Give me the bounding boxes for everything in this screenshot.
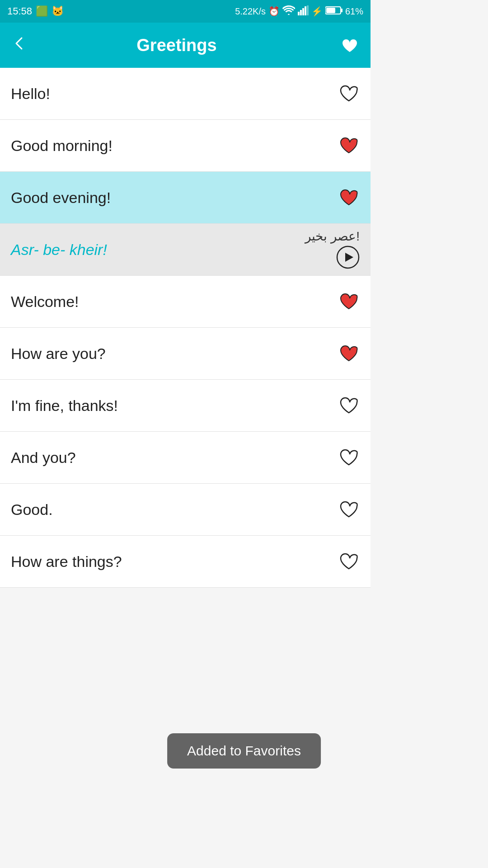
- list-item[interactable]: Hello!: [0, 68, 371, 120]
- item-text: Good.: [11, 501, 53, 519]
- item-text: Good evening!: [11, 189, 111, 207]
- item-text: I'm fine, thanks!: [11, 397, 118, 415]
- list-item[interactable]: Asr- be- kheir! !عصر بخیر: [0, 224, 371, 276]
- list-item[interactable]: Good evening!: [0, 172, 371, 224]
- network-speed: 5.22K/s: [235, 6, 266, 17]
- favorite-button[interactable]: [338, 342, 360, 365]
- favorite-button[interactable]: [338, 550, 360, 573]
- battery-percent: 61%: [345, 6, 363, 17]
- favorite-button[interactable]: [338, 498, 360, 521]
- list-item[interactable]: I'm fine, thanks!: [0, 380, 371, 432]
- page-title: Greetings: [36, 36, 317, 55]
- item-text: Good morning!: [11, 137, 113, 155]
- svg-rect-7: [326, 8, 335, 13]
- svg-rect-3: [305, 6, 306, 15]
- item-text: How are you?: [11, 345, 106, 363]
- favorite-button[interactable]: [338, 82, 360, 105]
- back-button[interactable]: [11, 35, 27, 56]
- item-right: !عصر بخیر: [305, 229, 360, 270]
- svg-rect-6: [341, 9, 343, 12]
- favorite-button[interactable]: [338, 134, 360, 157]
- item-text: Asr- be- kheir!: [11, 241, 107, 259]
- favorites-header-button[interactable]: [340, 35, 360, 56]
- status-bar-left: 15:58 🟩 🐱: [7, 5, 64, 17]
- toast-notification: Added to Favorites: [167, 733, 321, 769]
- list-item[interactable]: Welcome!: [0, 276, 371, 328]
- alarm-icon: ⏰: [268, 6, 280, 17]
- list-item[interactable]: Good.: [0, 484, 371, 536]
- list-item[interactable]: How are things?: [0, 536, 371, 588]
- favorite-button[interactable]: [338, 446, 360, 469]
- toast-message: Added to Favorites: [187, 743, 301, 758]
- item-text: Hello!: [11, 85, 50, 103]
- greeting-list: Hello! Good morning! Good evening!: [0, 68, 371, 588]
- charging-icon: ⚡: [311, 6, 323, 17]
- status-icon-1: 🟩: [36, 5, 48, 17]
- favorite-button[interactable]: [338, 186, 360, 209]
- status-time: 15:58: [7, 5, 32, 17]
- svg-rect-4: [307, 5, 309, 15]
- favorite-button[interactable]: [338, 394, 360, 417]
- top-bar: Greetings: [0, 23, 371, 68]
- status-bar-right: 5.22K/s ⏰ ⚡: [235, 5, 363, 18]
- list-item[interactable]: And you?: [0, 432, 371, 484]
- item-text: How are things?: [11, 553, 122, 571]
- arabic-text: !عصر بخیر: [305, 229, 360, 244]
- status-bar: 15:58 🟩 🐱 5.22K/s ⏰ ⚡: [0, 0, 371, 23]
- status-icon-2: 🐱: [52, 5, 64, 17]
- item-text: Welcome!: [11, 293, 79, 311]
- wifi-icon: [282, 5, 295, 18]
- list-item[interactable]: Good morning!: [0, 120, 371, 172]
- favorite-button[interactable]: [338, 290, 360, 313]
- list-item[interactable]: How are you?: [0, 328, 371, 380]
- svg-marker-9: [345, 253, 353, 262]
- play-button[interactable]: [336, 245, 360, 270]
- svg-rect-1: [300, 10, 302, 15]
- signal-icon: [298, 5, 309, 18]
- item-text: And you?: [11, 449, 76, 467]
- svg-rect-0: [298, 12, 300, 15]
- battery-icon: [325, 6, 343, 17]
- svg-rect-2: [302, 8, 304, 15]
